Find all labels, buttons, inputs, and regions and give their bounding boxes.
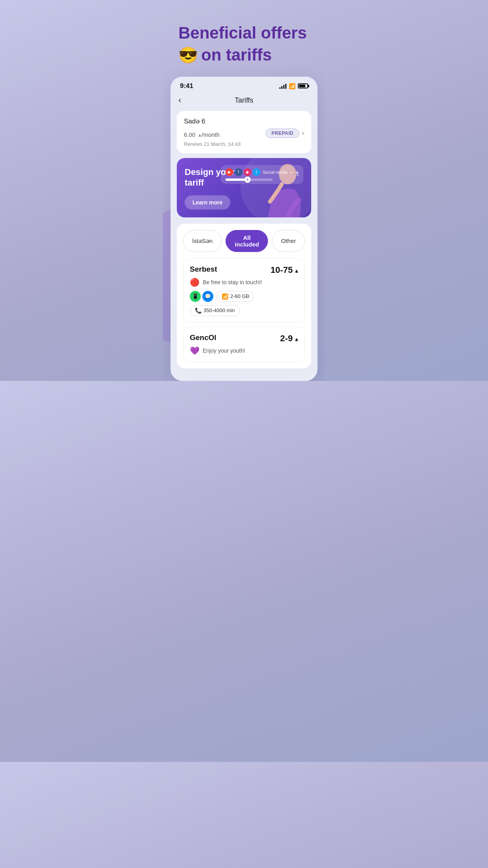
tab-all-included[interactable]: All included	[226, 230, 268, 252]
social-label-text: Social media	[263, 170, 288, 175]
tariff-price-value-gencol: 2-9	[280, 333, 293, 343]
tariff-list-name-serbest: Serbest	[190, 265, 217, 274]
tariff-list-desc-gencol: 💜 Enjoy your youth!	[190, 346, 298, 355]
desc-icon-gencol: 💜	[190, 346, 200, 355]
phone-mockup: 9:41 📶 ‹ Tariffs Sadə 6 6.00 ₼/month	[171, 77, 317, 381]
social-youtube-icon: ▶	[226, 168, 233, 176]
desc-text-serbest: Be free to stay in touch!!	[203, 279, 262, 285]
social-app-icons: ▶ f ◉ t	[226, 168, 261, 176]
tariff-list-price-gencol: 2-9 ₼	[280, 333, 298, 344]
tab-istesen[interactable]: İstəSən	[183, 230, 222, 252]
battery-fill	[299, 85, 305, 87]
tariff-list-desc-serbest: 🔴 Be free to stay in touch!!	[190, 278, 298, 287]
social-media-overlay: ▶ f ◉ t Social media − + 3 5	[221, 165, 303, 184]
tariff-features-serbest: 📱 💬 📶 2-60 GB 📞 350-4000 min	[190, 291, 298, 316]
prepaid-badge: PREPAID	[266, 129, 299, 138]
tariff-price-row: 6.00 ₼/month PREPAID ›	[184, 127, 304, 140]
tariff-list-item-serbest[interactable]: Serbest 10-75 ₼ 🔴 Be free to stay in tou…	[183, 258, 305, 323]
nav-title: Tariffs	[235, 96, 253, 105]
battery-icon	[298, 83, 308, 88]
hero-title-line1: Beneficial offers	[178, 24, 307, 42]
tabs-section: İstəSən All included Other Serbest 10-75…	[177, 224, 311, 368]
current-tariff-card[interactable]: Sadə 6 6.00 ₼/month PREPAID › Renews 21 …	[177, 111, 311, 153]
feature-chip-calls: 📞 350-4000 min	[190, 305, 240, 316]
status-time: 9:41	[180, 82, 193, 90]
app-icons-row: 📱 💬	[190, 291, 213, 302]
status-icons: 📶	[279, 83, 308, 89]
hero-section: Beneficial offers 😎 on tariffs	[163, 0, 325, 77]
signal-bars-icon	[279, 83, 286, 89]
desc-text-gencol: Enjoy your youth!	[203, 348, 245, 354]
status-bar: 9:41 📶	[171, 77, 317, 92]
learn-more-button[interactable]: Learn more	[185, 195, 230, 210]
tariff-list-price-serbest: 10-75 ₼	[271, 265, 298, 275]
tabs-row: İstəSən All included Other	[183, 230, 305, 252]
social-ig-icon: ◉	[244, 168, 251, 176]
tariff-chevron-icon: ›	[302, 129, 304, 137]
tab-other[interactable]: Other	[272, 230, 305, 252]
tariff-price-value-serbest: 10-75	[271, 265, 293, 275]
slider-left-value: 3	[246, 178, 248, 181]
desc-icon-serbest: 🔴	[190, 278, 200, 287]
renews-text: Renews 21 March, 14:43	[184, 141, 304, 147]
social-label-row: ▶ f ◉ t Social media − +	[226, 168, 299, 176]
data-label: 2-60 GB	[230, 293, 249, 299]
signal-bar-4	[285, 84, 286, 89]
feature-chip-data: 📶 2-60 GB	[216, 291, 254, 302]
nav-bar: ‹ Tariffs	[171, 92, 317, 111]
tariff-price-container: 6.00 ₼/month	[184, 127, 220, 140]
tariff-list-item-gencol[interactable]: GencOl 2-9 ₼ 💜 Enjoy your youth!	[183, 327, 305, 362]
signal-bar-2	[281, 86, 283, 89]
signal-bar-3	[283, 85, 284, 89]
tariff-name: Sadə 6	[184, 117, 304, 125]
tariff-currency-serbest: ₼	[295, 267, 298, 274]
back-button[interactable]: ‹	[178, 95, 181, 105]
whatsapp-icon: 📱	[190, 291, 201, 302]
tariff-list-name-gencol: GencOl	[190, 333, 216, 342]
slider-fill	[226, 178, 247, 181]
slider-container[interactable]: 3 5	[226, 178, 299, 181]
hero-title: Beneficial offers 😎 on tariffs	[178, 24, 310, 65]
price-value: 6.00	[184, 131, 195, 138]
price-period: ₼/month	[198, 131, 220, 138]
phone-chip-icon: 📞	[195, 307, 202, 314]
tariff-list-header-serbest: Serbest 10-75 ₼	[190, 265, 298, 275]
wifi-icon: 📶	[289, 83, 295, 89]
slider-bar: 3	[226, 178, 273, 181]
tariff-currency-gencol: ₼	[295, 336, 298, 342]
prepaid-badge-container: PREPAID ›	[266, 129, 304, 138]
social-tw-icon: t	[253, 168, 261, 176]
slider-thumb[interactable]: 3	[244, 177, 251, 183]
calls-label: 350-4000 min	[204, 307, 235, 313]
messenger-icon: 💬	[202, 291, 213, 302]
slider-minus-icon: −	[290, 169, 293, 175]
tariff-list-header-gencol: GencOl 2-9 ₼	[190, 333, 298, 344]
design-tariff-banner: Design your tariff Learn more ▶ f ◉ t So…	[177, 158, 311, 217]
signal-bar-1	[279, 87, 281, 89]
tariff-price: 6.00 ₼/month	[184, 127, 220, 139]
slider-right-value: 5	[296, 172, 299, 177]
social-fb-icon: f	[235, 168, 242, 176]
hero-emoji: 😎	[178, 46, 198, 64]
wifi-chip-icon: 📶	[222, 293, 228, 300]
hero-title-line2: on tariffs	[201, 46, 272, 64]
